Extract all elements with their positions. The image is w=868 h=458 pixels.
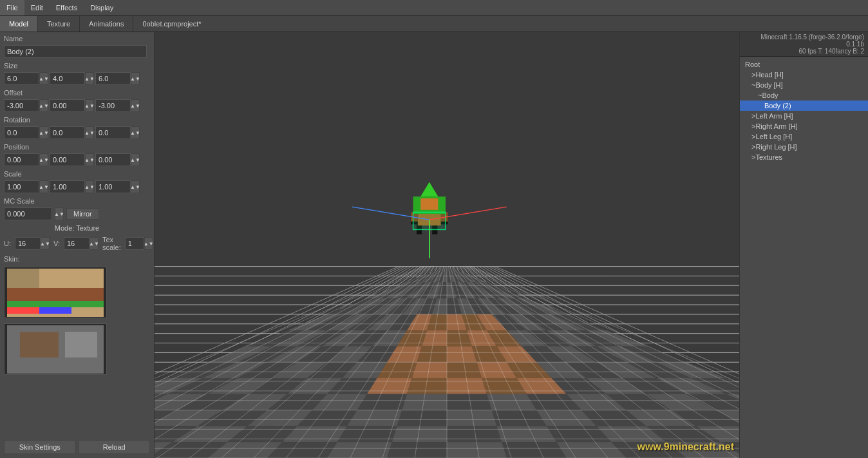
tree-item[interactable]: >Right Arm [H] [740, 121, 868, 131]
tree-item[interactable]: >Head [H] [740, 70, 868, 80]
tab-model[interactable]: Model [0, 16, 38, 32]
tree-item[interactable]: >Textures [740, 152, 868, 162]
v-spin[interactable]: ▲▼ [90, 237, 99, 250]
pos-x-input[interactable] [4, 153, 39, 166]
tree-view: Root>Head [H]~Body [H]~BodyBody (2)>Left… [740, 57, 868, 458]
skin-label: Skin: [0, 253, 154, 264]
scale-y-spin[interactable]: ▲▼ [85, 180, 94, 193]
viewport[interactable]: www.9minecraft.net [155, 32, 739, 458]
skin-canvas-2 [7, 325, 104, 374]
mc-scale-label: MC Scale [0, 195, 154, 206]
tree-item[interactable]: Root [740, 59, 868, 70]
mc-scale-row: ▲▼ Mirror [0, 206, 154, 222]
scale-z-spin[interactable]: ▲▼ [131, 180, 140, 193]
offset-z-input[interactable] [95, 99, 131, 112]
pos-y-input[interactable] [50, 153, 85, 166]
size-x-spin[interactable]: ▲▼ [39, 72, 48, 85]
v-label: V: [53, 240, 60, 247]
tex-scale-spin[interactable]: ▲▼ [144, 237, 153, 250]
u-label: U: [4, 240, 11, 247]
tree-item[interactable]: >Right Leg [H] [740, 142, 868, 152]
size-z-spin[interactable]: ▲▼ [131, 72, 140, 85]
skin-preview-2[interactable] [4, 323, 107, 375]
tree-item[interactable]: ~Body [H] [740, 80, 868, 90]
tex-scale-label: Tex scale: [102, 236, 121, 251]
info-bar: Minecraft 1.16.5 (forge-36.2.0/forge) 0.… [740, 32, 868, 57]
mirror-button[interactable]: Mirror [66, 208, 99, 220]
offset-x-input[interactable] [4, 99, 39, 112]
tree-item[interactable]: >Left Leg [H] [740, 131, 868, 142]
scale-x-spin[interactable]: ▲▼ [39, 180, 48, 193]
offset-z-spin[interactable]: ▲▼ [131, 99, 140, 112]
skin-canvas-1 [7, 269, 104, 317]
position-row: ▲▼ ▲▼ ▲▼ [0, 152, 154, 167]
tree-item[interactable]: >Left Arm [H] [740, 111, 868, 121]
tree-item[interactable]: Body (2) [740, 100, 868, 111]
u-input[interactable] [15, 237, 41, 250]
viewport-canvas [155, 32, 739, 458]
menu-effects[interactable]: Effects [50, 0, 84, 15]
menu-display[interactable]: Display [84, 0, 120, 15]
tab-texture[interactable]: Texture [38, 16, 80, 32]
name-label: Name [0, 32, 154, 44]
menu-edit[interactable]: Edit [24, 0, 50, 15]
offset-y-input[interactable] [50, 99, 85, 112]
pos-z-input[interactable] [95, 153, 131, 166]
pos-x-spin[interactable]: ▲▼ [39, 153, 48, 166]
offset-row: ▲▼ ▲▼ ▲▼ [0, 98, 154, 113]
tab-bar: Model Texture Animations 0oblet.cpmproje… [0, 16, 868, 32]
rotation-row: ▲▼ ▲▼ ▲▼ [0, 125, 154, 140]
rotation-label: Rotation [0, 113, 154, 125]
bottom-buttons: Skin Settings Reload [0, 436, 154, 458]
tab-project[interactable]: 0oblet.cpmproject* [133, 18, 210, 30]
skin-preview-1[interactable] [4, 267, 107, 318]
scale-label: Scale [0, 167, 154, 179]
v-input[interactable] [64, 237, 90, 250]
right-panel: Minecraft 1.16.5 (forge-36.2.0/forge) 0.… [739, 32, 868, 458]
pos-y-spin[interactable]: ▲▼ [85, 153, 94, 166]
position-label: Position [0, 140, 154, 152]
rot-x-spin[interactable]: ▲▼ [39, 126, 48, 139]
menu-bar: File Edit Effects Display [0, 0, 868, 16]
uv-row: U: ▲▼ V: ▲▼ Tex scale: ▲▼ [0, 234, 154, 253]
scale-z-input[interactable] [95, 180, 131, 193]
tex-scale-input[interactable] [125, 237, 144, 250]
pos-z-spin[interactable]: ▲▼ [131, 153, 140, 166]
tree-item[interactable]: ~Body [740, 90, 868, 100]
rot-z-spin[interactable]: ▲▼ [131, 126, 140, 139]
menu-file[interactable]: File [0, 0, 24, 15]
mc-scale-input[interactable] [4, 207, 52, 220]
scale-y-input[interactable] [50, 180, 85, 193]
tab-animations[interactable]: Animations [80, 16, 133, 32]
size-z-input[interactable] [95, 72, 131, 85]
size-y-input[interactable] [50, 72, 85, 85]
rot-y-input[interactable] [50, 126, 85, 139]
size-y-spin[interactable]: ▲▼ [85, 72, 94, 85]
rot-x-input[interactable] [4, 126, 39, 139]
watermark: www.9minecraft.net [637, 441, 734, 453]
mc-scale-spin[interactable]: ▲▼ [55, 207, 64, 220]
rot-z-input[interactable] [95, 126, 131, 139]
name-input[interactable] [4, 45, 147, 58]
offset-y-spin[interactable]: ▲▼ [85, 99, 94, 112]
offset-x-spin[interactable]: ▲▼ [39, 99, 48, 112]
mode-label: Mode: Texture [0, 222, 154, 234]
main-area: Name Size ▲▼ ▲▼ ▲▼ Offset ▲▼ [0, 32, 868, 458]
size-x-input[interactable] [4, 72, 39, 85]
scale-row: ▲▼ ▲▼ ▲▼ [0, 179, 154, 195]
fps-text: 60 fps T: 140fancy B: 2 [744, 48, 864, 55]
size-row: ▲▼ ▲▼ ▲▼ [0, 71, 154, 86]
scale-x-input[interactable] [4, 180, 39, 193]
offset-label: Offset [0, 86, 154, 98]
skin-settings-button[interactable]: Skin Settings [4, 440, 76, 454]
rot-y-spin[interactable]: ▲▼ [85, 126, 94, 139]
left-panel: Name Size ▲▼ ▲▼ ▲▼ Offset ▲▼ [0, 32, 155, 458]
info-text: Minecraft 1.16.5 (forge-36.2.0/forge) 0.… [744, 33, 864, 48]
reload-button[interactable]: Reload [79, 440, 151, 454]
u-spin[interactable]: ▲▼ [41, 237, 50, 250]
size-label: Size [0, 59, 154, 71]
